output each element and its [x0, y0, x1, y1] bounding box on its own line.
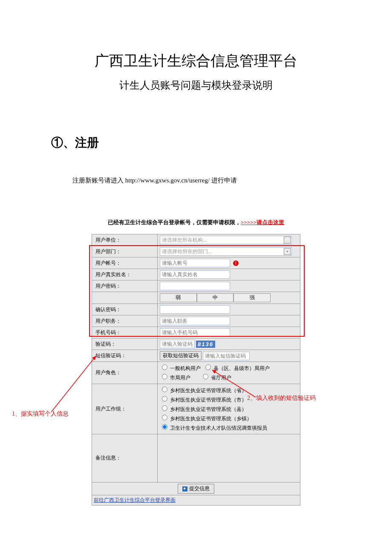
input-sms[interactable]	[203, 352, 250, 360]
reg-url: http://www.gxws.gov.cn/userreg/	[125, 177, 210, 184]
row-unit: 用户单位： 请选择您所在机构... …	[92, 234, 300, 246]
row-dept: 用户部门： 请选择你所在的部门... ▾	[92, 246, 300, 257]
existing-account-notice: 已经有卫生计生综合平台登录帐号，仅需要申请权限，>>>>>请点击这里	[0, 219, 392, 226]
row-duty: 用户职务：	[92, 315, 300, 327]
label-dept: 用户部门：	[92, 246, 158, 257]
wg-option-1[interactable]: 乡村医生执业证书管理系统（省）	[160, 387, 247, 393]
notice-text: 已经有卫生计生综合平台登录帐号，仅需要申请权限，	[108, 219, 241, 225]
placeholder-unit: 请选择您所在机构...	[162, 237, 207, 243]
row-sms: 短信验证码： 获取短信验证码	[92, 350, 300, 362]
registration-form: 用户单位： 请选择您所在机构... … 用户部门： 请选择你所在的部门... ▾	[92, 234, 300, 506]
role-option-3[interactable]: 市局用户	[160, 375, 190, 381]
error-icon: !	[233, 260, 239, 266]
pwd-mid: 中	[197, 293, 234, 302]
label-account: 用户帐号：	[92, 257, 158, 269]
row-password-strength: 弱 中 强	[92, 292, 300, 304]
back-link[interactable]: 前往广西卫生计生综合平台登录界面	[94, 497, 176, 503]
label-duty: 用户职务：	[92, 315, 158, 327]
notice-link[interactable]: >>>>>请点击这里	[241, 219, 284, 225]
sms-get-button[interactable]: 获取短信验证码	[160, 351, 202, 360]
row-captcha: 验证码： 8136	[92, 338, 300, 350]
submit-button[interactable]: 提交信息	[178, 484, 214, 494]
save-icon	[182, 486, 187, 491]
row-confirm: 确认密码：	[92, 304, 300, 315]
row-account: 用户帐号： !	[92, 257, 300, 269]
label-password: 用户密码：	[92, 280, 158, 292]
input-mobile[interactable]	[160, 328, 230, 337]
submit-label: 提交信息	[189, 486, 210, 491]
wg-option-5[interactable]: 卫生计生专业技术人才队伍情况调查填报员	[160, 425, 267, 431]
row-submit: 提交信息	[92, 482, 300, 495]
label-remark: 备注信息：	[92, 434, 158, 482]
row-password: 用户密码：	[92, 280, 300, 292]
page-title: 广西卫生计生综合信息管理平台	[0, 51, 392, 71]
reg-prefix: 注册新账号请进入	[72, 177, 125, 184]
pwd-strong: 强	[233, 293, 271, 302]
label-unit: 用户单位：	[92, 234, 158, 246]
unit-picker-icon[interactable]: …	[284, 237, 291, 243]
registration-instruction: 注册新账号请进入 http://www.gxws.gov.cn/userreg/…	[72, 176, 392, 185]
wg-option-2[interactable]: 乡村医生执业证书管理系统（市）	[160, 397, 247, 403]
row-backlink: 前往广西卫生计生综合平台登录界面	[92, 495, 300, 505]
label-confirm: 确认密码：	[92, 304, 158, 315]
label-realname: 用户真实姓名：	[92, 269, 158, 280]
input-captcha[interactable]	[160, 340, 195, 348]
page-subtitle: 计生人员账号问题与模块登录说明	[0, 78, 392, 92]
input-unit[interactable]: 请选择您所在机构... …	[160, 236, 292, 244]
label-role: 用户角色：	[92, 362, 158, 384]
input-password[interactable]	[160, 282, 230, 290]
role-option-4[interactable]: 省厅用户	[201, 375, 231, 381]
row-workgroup: 用户工作组： 乡村医生执业证书管理系统（省） 乡村医生执业证书管理系统（市） 乡…	[92, 384, 300, 434]
annotation-1: 1、据实填写个人信息	[12, 410, 69, 418]
captcha-image[interactable]: 8136	[196, 341, 215, 348]
wg-option-4[interactable]: 乡村医生执业证书管理系统（乡镇）	[160, 416, 252, 422]
role-option-2[interactable]: 县（区、县级市）局用户	[203, 365, 270, 371]
row-realname: 用户真实姓名：	[92, 269, 300, 280]
input-account[interactable]	[160, 259, 230, 267]
svg-line-0	[51, 356, 96, 412]
dept-dropdown-icon[interactable]: ▾	[284, 248, 291, 255]
input-confirm[interactable]	[160, 305, 230, 314]
placeholder-dept: 请选择你所在的部门...	[162, 249, 212, 254]
role-option-1[interactable]: 一般机构用户	[160, 365, 201, 371]
label-workgroup: 用户工作组：	[92, 384, 158, 434]
input-dept[interactable]: 请选择你所在的部门... ▾	[160, 247, 292, 256]
pwd-weak: 弱	[160, 293, 197, 302]
label-captcha: 验证码：	[92, 338, 158, 350]
input-remark[interactable]	[158, 434, 300, 480]
row-mobile: 手机号码：	[92, 327, 300, 338]
wg-option-3[interactable]: 乡村医生执业证书管理系统（县）	[160, 406, 247, 412]
annotation-2: 2、填入收到的短信验证码	[247, 394, 316, 402]
row-role: 用户角色： 一般机构用户 县（区、县级市）局用户 市局用户 省厅用户	[92, 362, 300, 384]
input-duty[interactable]	[160, 317, 230, 325]
label-mobile: 手机号码：	[92, 327, 158, 338]
input-realname[interactable]	[160, 270, 230, 279]
label-sms: 短信验证码：	[92, 350, 158, 362]
reg-suffix: 进行申请	[210, 177, 237, 184]
row-remark: 备注信息：	[92, 434, 300, 482]
password-strength-meter: 弱 中 强	[160, 293, 271, 302]
section-heading: ①、注册	[51, 135, 392, 151]
